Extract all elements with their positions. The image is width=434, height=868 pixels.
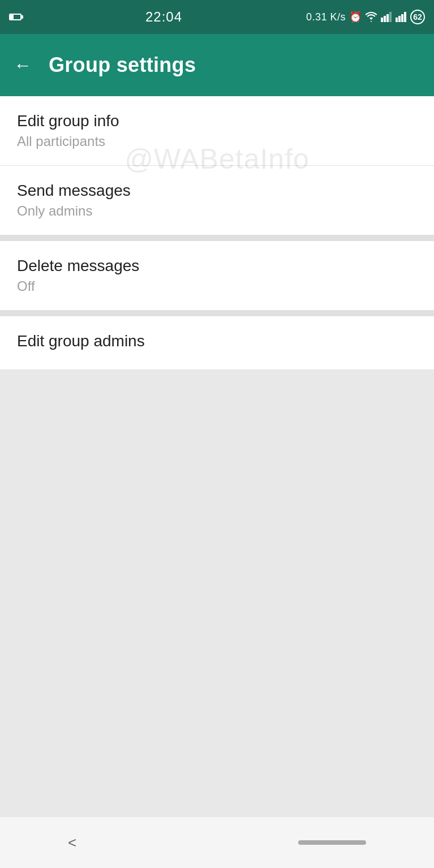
- edit-group-admins-title: Edit group admins: [17, 332, 417, 350]
- svg-rect-4: [396, 18, 398, 22]
- signal-icon-1: [381, 12, 392, 22]
- section-divider-2: [0, 311, 434, 316]
- signal-icon-2: [396, 12, 407, 22]
- send-messages-item[interactable]: Send messages Only admins: [0, 166, 434, 235]
- svg-rect-7: [404, 12, 406, 22]
- notification-badge: 62: [410, 10, 425, 24]
- settings-list: @WABetaInfo Edit group info All particip…: [0, 96, 434, 370]
- gray-background: [0, 370, 434, 845]
- svg-rect-1: [384, 16, 386, 22]
- alarm-icon: ⏰: [349, 11, 362, 23]
- edit-group-info-subtitle: All participants: [17, 134, 417, 149]
- wifi-icon: [365, 12, 377, 22]
- back-button[interactable]: ←: [14, 55, 32, 76]
- status-bar-time: 22:04: [145, 9, 182, 25]
- page-title: Group settings: [49, 53, 196, 77]
- network-speed: 0.31 K/s: [306, 11, 346, 23]
- delete-messages-item[interactable]: Delete messages Off: [0, 241, 434, 311]
- edit-group-info-title: Edit group info: [17, 112, 417, 130]
- status-bar-right: 0.31 K/s ⏰ 62: [306, 10, 425, 24]
- send-messages-title: Send messages: [17, 182, 417, 200]
- status-bar-left: [9, 14, 22, 20]
- svg-rect-6: [401, 14, 403, 22]
- edit-group-admins-item[interactable]: Edit group admins: [0, 316, 434, 370]
- nav-home-pill[interactable]: [298, 840, 366, 845]
- edit-group-info-item[interactable]: Edit group info All participants: [0, 96, 434, 166]
- delete-messages-subtitle: Off: [17, 278, 417, 294]
- nav-back-button[interactable]: <: [68, 834, 76, 852]
- svg-rect-0: [381, 18, 383, 22]
- battery-icon: [9, 14, 22, 20]
- status-bar: 22:04 0.31 K/s ⏰ 62: [0, 0, 434, 34]
- navigation-bar: <: [0, 817, 434, 868]
- app-bar: ← Group settings: [0, 34, 434, 96]
- send-messages-subtitle: Only admins: [17, 203, 417, 219]
- svg-rect-3: [389, 12, 392, 22]
- delete-messages-title: Delete messages: [17, 257, 417, 275]
- svg-rect-2: [386, 14, 389, 22]
- svg-rect-5: [398, 16, 401, 22]
- section-divider-1: [0, 235, 434, 241]
